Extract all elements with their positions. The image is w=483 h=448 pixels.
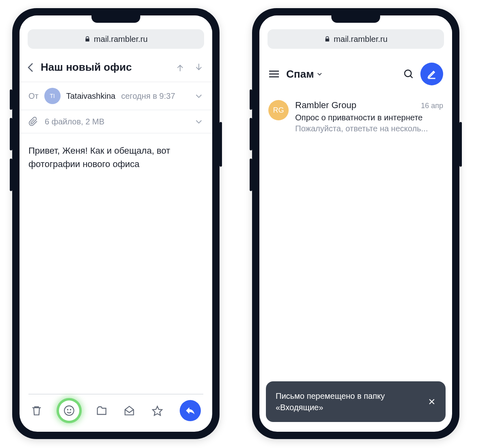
- menu-button[interactable]: [268, 69, 280, 79]
- folder-icon: [96, 405, 107, 416]
- lock-icon: [84, 36, 91, 42]
- phone-side-button: [250, 159, 252, 191]
- phone-side-button: [10, 89, 12, 110]
- svg-line-10: [410, 76, 412, 78]
- favorite-button[interactable]: [152, 405, 163, 416]
- phone-notch: [91, 15, 140, 23]
- folder-header: Спам: [259, 54, 452, 95]
- compose-button[interactable]: [420, 63, 443, 85]
- smiley-icon: [63, 405, 75, 416]
- svg-marker-5: [153, 407, 162, 415]
- back-button[interactable]: [27, 62, 35, 73]
- message-subject: Наш новый офис: [41, 61, 170, 74]
- search-icon: [403, 69, 414, 79]
- close-icon: [428, 398, 436, 406]
- attachments-row[interactable]: 6 файлов, 2 MB: [20, 110, 212, 133]
- mark-read-button[interactable]: [124, 405, 135, 416]
- phone-side-button: [250, 89, 252, 110]
- address-bar[interactable]: mail.rambler.ru: [28, 29, 204, 49]
- mail-date: 16 апр: [421, 102, 443, 110]
- chevron-down-icon: [316, 71, 323, 77]
- trash-icon: [31, 405, 42, 416]
- phone-frame-left: mail.rambler.ru Наш новый офис От TI Tat…: [12, 8, 220, 439]
- mail-subject: Опрос о приватности в интернете: [295, 113, 443, 122]
- toast-text: Письмо перемещено в папку «Входящие»: [276, 390, 422, 413]
- phone-side-button: [10, 118, 12, 150]
- next-message-button[interactable]: [194, 63, 203, 72]
- envelope-open-icon: [124, 405, 135, 416]
- from-label: От: [28, 91, 39, 101]
- toast-close-button[interactable]: [428, 398, 436, 406]
- screen-right: mail.rambler.ru Спам RG Rambler: [259, 15, 452, 432]
- chevron-left-icon: [27, 62, 35, 73]
- mail-list-item[interactable]: RG Rambler Group 16 апр Опрос о приватно…: [259, 95, 452, 138]
- reply-icon: [185, 405, 196, 416]
- arrow-down-icon: [194, 63, 203, 72]
- mail-preview: Пожалуйста, ответьте на несколь...: [295, 124, 443, 133]
- address-url: mail.rambler.ru: [334, 35, 387, 44]
- search-button[interactable]: [403, 69, 414, 79]
- lock-icon: [324, 36, 331, 42]
- bottom-toolbar: [20, 394, 212, 432]
- delete-button[interactable]: [31, 405, 42, 416]
- attachments-summary: 6 файлов, 2 MB: [45, 117, 188, 126]
- sender-row[interactable]: От TI Tataivashkina сегодня в 9:37: [20, 82, 212, 110]
- mail-content: Rambler Group 16 апр Опрос о приватности…: [295, 100, 443, 133]
- phone-notch: [331, 15, 380, 23]
- svg-point-4: [70, 409, 71, 410]
- mail-sender: Rambler Group: [295, 100, 417, 111]
- address-url: mail.rambler.ru: [94, 35, 148, 44]
- message-body: Привет, Женя! Как и обещала, вот фотогра…: [20, 133, 212, 394]
- phone-side-button: [220, 122, 222, 167]
- pencil-icon: [426, 69, 437, 79]
- phone-side-button: [459, 122, 462, 167]
- folder-name: Спам: [286, 68, 314, 80]
- hamburger-icon: [268, 69, 280, 79]
- star-icon: [152, 405, 163, 416]
- address-bar[interactable]: mail.rambler.ru: [268, 29, 444, 49]
- chevron-down-icon: [194, 91, 203, 100]
- svg-point-9: [405, 70, 411, 76]
- mail-avatar: RG: [268, 100, 289, 120]
- phone-frame-right: mail.rambler.ru Спам RG Rambler: [252, 8, 459, 439]
- toast-notification: Письмо перемещено в папку «Входящие»: [266, 381, 446, 422]
- reply-button[interactable]: [180, 400, 201, 421]
- sender-name: Tataivashkina: [66, 91, 115, 101]
- arrow-up-icon: [176, 63, 185, 72]
- paperclip-icon: [28, 117, 38, 126]
- move-to-folder-button[interactable]: [96, 405, 107, 416]
- phone-side-button: [10, 159, 12, 191]
- phone-side-button: [250, 118, 252, 150]
- svg-point-3: [67, 409, 68, 410]
- svg-point-2: [64, 406, 74, 415]
- screen-left: mail.rambler.ru Наш новый офис От TI Tat…: [20, 15, 212, 432]
- sender-time: сегодня в 9:37: [121, 91, 189, 101]
- chevron-down-icon: [194, 117, 203, 126]
- sender-avatar: TI: [44, 88, 61, 104]
- prev-message-button[interactable]: [176, 63, 185, 72]
- folder-dropdown[interactable]: Спам: [286, 68, 323, 80]
- message-header: Наш новый офис: [20, 54, 212, 82]
- spam-button-highlighted[interactable]: [59, 400, 79, 421]
